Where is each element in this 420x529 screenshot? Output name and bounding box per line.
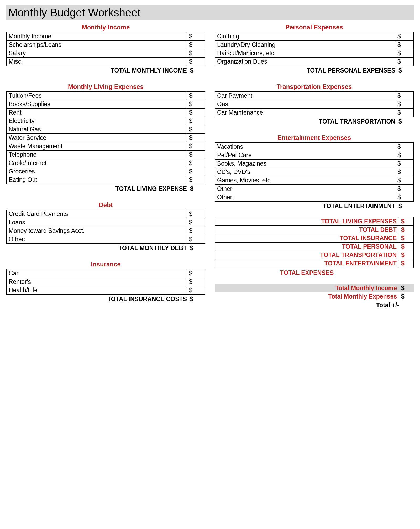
entertainment-table: Vacations$ Pet/Pet Care$ Books, Magazine… xyxy=(215,142,414,202)
table-row: Electricity$ xyxy=(7,117,205,125)
transportation-table: Car Payment$ Gas$ Car Maintenance$ xyxy=(215,91,414,117)
table-row: Car Maintenance$ xyxy=(215,109,414,117)
amount-cell[interactable]: $ xyxy=(395,58,414,66)
table-row: Cable/Internet$ xyxy=(7,159,205,167)
amount-cell[interactable]: $ xyxy=(187,286,205,295)
amount-cell[interactable]: $ xyxy=(395,151,414,160)
table-row: Total Monthly Expenses$ xyxy=(215,292,414,301)
table-row: Eating Out$ xyxy=(7,176,205,184)
amount-cell[interactable]: $ xyxy=(395,160,414,168)
insurance-title: Insurance xyxy=(6,261,205,268)
table-row: Water Service$ xyxy=(7,134,205,142)
summary-table: TOTAL LIVING EXPENSES$ TOTAL DEBT$ TOTAL… xyxy=(215,217,414,268)
table-row: Haircut/Manicure, etc$ xyxy=(215,49,414,58)
debt-table: Credit Card Payments$ Loans$ Money towar… xyxy=(6,210,205,244)
table-row: Books/Supplies$ xyxy=(7,100,205,109)
amount-cell[interactable]: $ xyxy=(187,269,205,278)
table-row: Waste Management$ xyxy=(7,142,205,151)
income-table: Monthly Income$ Scholarships/Loans$ Sala… xyxy=(6,32,205,66)
table-row: Books, Magazines$ xyxy=(215,160,414,168)
amount-cell[interactable]: $ xyxy=(187,151,205,159)
table-row: Salary$ xyxy=(7,49,205,58)
table-row: Monthly Income$ xyxy=(7,32,205,41)
entertainment-total: TOTAL ENTERTAINMENT $ xyxy=(215,203,414,210)
amount-cell[interactable]: $ xyxy=(395,32,414,41)
table-row: Games, Movies, etc$ xyxy=(215,176,414,185)
debt-total: TOTAL MONTHLY DEBT $ xyxy=(6,245,205,252)
amount-cell[interactable]: $ xyxy=(187,49,205,58)
living-title: Monthly Living Expenses xyxy=(6,83,205,90)
table-row: Laundry/Dry Cleaning$ xyxy=(215,41,414,49)
amount-cell[interactable]: $ xyxy=(187,218,205,227)
income-total: TOTAL MONTHLY INCOME $ xyxy=(6,67,205,74)
amount-cell[interactable]: $ xyxy=(187,278,205,286)
transportation-title: Transportation Expenses xyxy=(215,83,414,90)
table-row: Money toward Savings Acct.$ xyxy=(7,227,205,235)
table-row: TOTAL PERSONAL$ xyxy=(215,243,414,251)
table-row: Gas$ xyxy=(215,100,414,109)
personal-title: Personal Expenses xyxy=(215,24,414,31)
table-row: TOTAL ENTERTAINMENT$ xyxy=(215,259,414,268)
table-row: TOTAL LIVING EXPENSES$ xyxy=(215,217,414,226)
total-expenses: TOTAL EXPENSES xyxy=(215,269,414,276)
table-row: Misc.$ xyxy=(7,58,205,66)
amount-cell[interactable]: $ xyxy=(187,100,205,109)
amount-cell[interactable]: $ xyxy=(395,109,414,117)
amount-cell[interactable]: $ xyxy=(395,168,414,176)
table-row: Tuition/Fees$ xyxy=(7,92,205,100)
amount-cell[interactable]: $ xyxy=(187,227,205,235)
table-row: Other:$ xyxy=(215,193,414,202)
table-row: Other$ xyxy=(215,185,414,193)
table-row: Telephone$ xyxy=(7,151,205,159)
personal-total: TOTAL PERSONAL EXPENSES $ xyxy=(215,67,414,74)
net-total: Total +/- xyxy=(215,302,414,309)
amount-cell[interactable]: $ xyxy=(187,159,205,167)
amount-cell[interactable]: $ xyxy=(187,109,205,117)
table-row: Scholarships/Loans$ xyxy=(7,41,205,49)
amount-cell[interactable]: $ xyxy=(187,210,205,218)
amount-cell[interactable]: $ xyxy=(395,41,414,49)
living-table: Tuition/Fees$ Books/Supplies$ Rent$ Elec… xyxy=(6,91,205,184)
table-row: Groceries$ xyxy=(7,167,205,176)
transportation-total: TOTAL TRANSPORTATION $ xyxy=(215,118,414,125)
living-total: TOTAL LIVING EXPENSE $ xyxy=(6,185,205,192)
amount-cell[interactable]: $ xyxy=(395,92,414,100)
amount-cell[interactable]: $ xyxy=(187,41,205,49)
table-row: Credit Card Payments$ xyxy=(7,210,205,218)
table-row: CD's, DVD's$ xyxy=(215,168,414,176)
amount-cell[interactable]: $ xyxy=(187,92,205,100)
amount-cell[interactable]: $ xyxy=(187,117,205,125)
amount-cell[interactable]: $ xyxy=(187,235,205,244)
amount-cell[interactable]: $ xyxy=(395,193,414,202)
table-row: Vacations$ xyxy=(215,143,414,151)
amount-cell[interactable]: $ xyxy=(395,176,414,185)
table-row: TOTAL DEBT$ xyxy=(215,226,414,234)
amount-cell[interactable]: $ xyxy=(187,58,205,66)
table-row: Organization Dues$ xyxy=(215,58,414,66)
personal-table: Clothing$ Laundry/Dry Cleaning$ Haircut/… xyxy=(215,32,414,66)
table-row: Rent$ xyxy=(7,109,205,117)
amount-cell[interactable]: $ xyxy=(187,125,205,134)
amount-cell[interactable]: $ xyxy=(187,32,205,41)
table-row: Clothing$ xyxy=(215,32,414,41)
income-title: Monthly Income xyxy=(6,24,205,31)
amount-cell[interactable]: $ xyxy=(395,185,414,193)
right-column: Personal Expenses Clothing$ Laundry/Dry … xyxy=(215,22,414,309)
table-row: Loans$ xyxy=(7,218,205,227)
amount-cell[interactable]: $ xyxy=(187,167,205,176)
insurance-total: TOTAL INSURANCE COSTS $ xyxy=(6,296,205,303)
table-row: Natural Gas$ xyxy=(7,125,205,134)
amount-cell[interactable]: $ xyxy=(395,49,414,58)
debt-title: Debt xyxy=(6,201,205,209)
table-row: Health/Life$ xyxy=(7,286,205,295)
table-row: Car$ xyxy=(7,269,205,278)
amount-cell[interactable]: $ xyxy=(395,143,414,151)
table-row: Total Monthly Income$ xyxy=(215,284,414,292)
page-title: Monthly Budget Worksheet xyxy=(6,5,414,20)
amount-cell[interactable]: $ xyxy=(395,100,414,109)
amount-cell[interactable]: $ xyxy=(187,142,205,151)
table-row: Renter's$ xyxy=(7,278,205,286)
table-row: Car Payment$ xyxy=(215,92,414,100)
amount-cell[interactable]: $ xyxy=(187,134,205,142)
amount-cell[interactable]: $ xyxy=(187,176,205,184)
